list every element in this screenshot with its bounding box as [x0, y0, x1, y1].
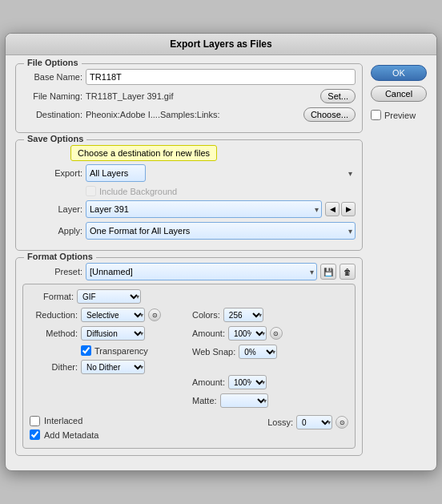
export-label: Export: [22, 168, 82, 178]
interlaced-label: Interlaced [44, 416, 82, 425]
layer-arrows: ◀ ▶ [325, 202, 356, 216]
file-naming-label: File Naming: [22, 91, 82, 101]
include-bg-label: Include Background [99, 187, 177, 196]
save-options-section: Save Options Choose a destination for ne… [15, 139, 363, 251]
destination-row: Destination: Pheonix:Adobe I....Samples:… [22, 107, 356, 122]
export-row: Export: All Layers [22, 164, 356, 182]
dither-amount-label: Amount: [192, 377, 225, 387]
main-content: File Options Base Name: File Naming: TR1… [15, 63, 363, 462]
amount-row: Amount: 100% ⊙ [192, 326, 348, 341]
format-options-label: Format Options [24, 252, 96, 261]
lossy-select[interactable]: 0 [296, 415, 332, 429]
include-bg-row: Include Background [22, 186, 356, 196]
format-select-wrapper: GIF [77, 289, 141, 304]
export-select-wrapper: All Layers [86, 164, 356, 182]
layer-prev-button[interactable]: ◀ [325, 202, 340, 216]
destination-label: Destination: [22, 110, 82, 119]
export-select[interactable]: All Layers [86, 164, 146, 182]
base-name-label: Base Name: [22, 72, 82, 82]
lossy-row: Lossy: 0 ⊙ [267, 415, 348, 429]
reduction-info-button[interactable]: ⊙ [148, 308, 161, 321]
base-name-row: Base Name: [22, 69, 356, 85]
layer-select[interactable]: Layer 391 [86, 200, 322, 218]
amount-label: Amount: [192, 329, 225, 338]
amount-select-wrapper: 100% [228, 326, 267, 341]
method-select-wrapper: Diffusion [81, 326, 145, 341]
add-metadata-label: Add Metadata [44, 430, 99, 440]
preview-label: Preview [384, 111, 416, 120]
set-button[interactable]: Set... [320, 89, 356, 103]
export-dialog: Export Layers as Files File Options Base… [5, 33, 437, 471]
colors-select[interactable]: 256 [223, 308, 263, 322]
preset-row: Preset: [Unnamed] 💾 🗑 [22, 263, 356, 280]
amount-info-button[interactable]: ⊙ [270, 327, 283, 340]
reduction-select[interactable]: Selective [81, 308, 145, 322]
colors-label: Colors: [192, 310, 220, 320]
preset-select[interactable]: [Unnamed] [86, 263, 317, 280]
format-row: Format: GIF [30, 289, 348, 304]
dither-amount-select-wrapper: 100% [228, 375, 267, 389]
apply-select-wrapper: One Format for All Layers [86, 222, 356, 240]
layer-next-button[interactable]: ▶ [341, 202, 356, 216]
choose-button[interactable]: Choose... [303, 107, 356, 122]
tooltip: Choose a destination for new files [70, 145, 217, 161]
format-col-right: Colors: 256 Amount: [192, 308, 348, 412]
preview-row: Preview [371, 110, 427, 120]
dither-amount-select[interactable]: 100% [228, 375, 267, 389]
format-select[interactable]: GIF [77, 289, 141, 304]
apply-label: Apply: [22, 226, 82, 236]
preview-checkbox[interactable] [371, 110, 381, 120]
method-label: Method: [30, 329, 78, 338]
format-inner: Format: GIF Reduction: [22, 284, 356, 449]
preset-select-wrapper: [Unnamed] [86, 263, 317, 280]
file-options-section: File Options Base Name: File Naming: TR1… [15, 63, 363, 133]
preset-save-button[interactable]: 💾 [320, 264, 336, 280]
file-options-label: File Options [24, 58, 82, 67]
web-snap-row: Web Snap: 0% [192, 345, 348, 359]
apply-select[interactable]: One Format for All Layers [86, 222, 356, 240]
cancel-button[interactable]: Cancel [371, 86, 427, 102]
matte-select[interactable] [220, 393, 268, 408]
add-metadata-row: Add Metadata [30, 429, 348, 440]
colors-row: Colors: 256 [192, 308, 348, 322]
interlaced-checkbox[interactable] [30, 416, 40, 426]
web-snap-select-wrapper: 0% [239, 345, 277, 359]
format-two-cols: Reduction: Selective ⊙ Method: [30, 308, 348, 412]
format-label: Format: [30, 292, 74, 301]
ok-button[interactable]: OK [371, 65, 427, 81]
reduction-select-wrapper: Selective [81, 308, 145, 322]
lossy-info-button[interactable]: ⊙ [336, 416, 348, 429]
format-col-left: Reduction: Selective ⊙ Method: [30, 308, 186, 412]
bottom-row: Interlaced Lossy: 0 ⊙ [30, 415, 348, 429]
matte-select-wrapper [220, 393, 268, 408]
dither-select-wrapper: No Dither [81, 360, 145, 374]
amount-select[interactable]: 100% [228, 326, 267, 341]
dither-label: Dither: [30, 362, 78, 372]
destination-value: Pheonix:Adobe I....Samples:Links: [86, 110, 220, 119]
method-select[interactable]: Diffusion [81, 326, 145, 341]
lossy-select-wrapper: 0 [296, 415, 332, 429]
matte-row: Matte: [192, 393, 348, 408]
colors-select-wrapper: 256 [223, 308, 263, 322]
transparency-checkbox[interactable] [81, 345, 91, 356]
dither-row: Dither: No Dither [30, 360, 186, 374]
method-row: Method: Diffusion [30, 326, 186, 341]
layer-row: Layer: Layer 391 ◀ ▶ [22, 200, 356, 218]
reduction-label: Reduction: [30, 310, 78, 320]
apply-row: Apply: One Format for All Layers [22, 222, 356, 240]
layer-select-wrapper: Layer 391 [86, 200, 322, 218]
dialog-title: Export Layers as Files [6, 34, 436, 55]
add-metadata-checkbox[interactable] [30, 429, 40, 440]
matte-label: Matte: [192, 396, 217, 405]
lossy-label: Lossy: [267, 417, 293, 427]
dither-select[interactable]: No Dither [81, 360, 145, 374]
right-buttons: OK Cancel Preview [371, 63, 427, 462]
include-bg-checkbox [86, 186, 96, 196]
format-options-section: Format Options Preset: [Unnamed] 💾 🗑 For… [15, 257, 363, 456]
base-name-input[interactable] [86, 69, 356, 85]
dither-amount-row: Amount: 100% [192, 375, 348, 389]
transparency-row: Transparency [30, 345, 186, 356]
preset-delete-button[interactable]: 🗑 [340, 264, 356, 280]
web-snap-select[interactable]: 0% [239, 345, 277, 359]
file-naming-value: TR118T_Layer 391.gif [86, 91, 173, 101]
